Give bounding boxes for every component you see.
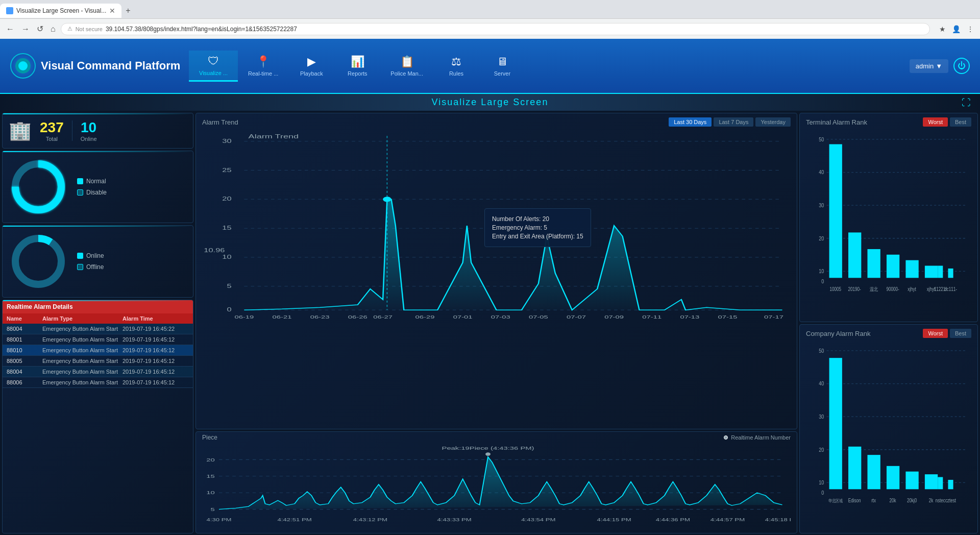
logo <box>10 53 36 79</box>
alarm-trend-panel: Alarm Trend Last 30 Days Last 7 Days Yes… <box>195 113 797 429</box>
co-bar-7 <box>938 477 943 490</box>
svg-text:dc111-: dc111- <box>944 286 957 292</box>
visualize-icon: 🛡 <box>208 55 219 68</box>
svg-text:07-03: 07-03 <box>491 314 510 320</box>
row3-name: 88010 <box>7 347 42 353</box>
svg-text:20: 20 <box>206 457 215 463</box>
svg-text:2k: 2k <box>929 498 934 503</box>
svg-text:50: 50 <box>819 348 824 354</box>
address-bar: ← → ↺ ⌂ ⚠ Not secure 39.104.57.38/808gps… <box>0 18 980 39</box>
power-button[interactable]: ⏻ <box>953 58 970 74</box>
realtime-legend-label: Realtime Alarm Number <box>731 434 791 441</box>
svg-text:20: 20 <box>819 235 824 241</box>
row3-time: 2019-07-19 16:45:12 <box>122 347 189 353</box>
tab-close-button[interactable]: ✕ <box>109 7 115 15</box>
nav-item-server[interactable]: 🖥 Server <box>479 51 525 81</box>
back-button[interactable]: ← <box>4 22 16 36</box>
company-rank-title: Company Alarm Rank <box>806 330 870 337</box>
svg-text:5: 5 <box>227 283 232 289</box>
nav-item-police[interactable]: 📋 Police Man... <box>380 51 433 81</box>
table-row: 88010 Emergency Button Alarm Start 2019-… <box>3 345 193 356</box>
stats-panel: 🏢 237 Total 10 Online <box>2 113 193 149</box>
forward-button[interactable]: → <box>19 22 32 36</box>
realtime-header: Piece Realtime Alarm Number <box>196 432 797 443</box>
active-tab[interactable]: Visualize Large Screen - Visual... ✕ <box>0 4 121 18</box>
svg-text:07-13: 07-13 <box>680 314 699 320</box>
nav-item-playback[interactable]: ▶ Playback <box>288 51 334 81</box>
page-title-bar: Visualize Large Screen ⛶ <box>0 94 980 111</box>
nav-label-police: Police Man... <box>390 70 423 77</box>
svg-text:4:42:51 PM: 4:42:51 PM <box>278 518 312 522</box>
svg-text:06-27: 06-27 <box>373 314 393 320</box>
svg-text:50: 50 <box>819 136 824 142</box>
app-header: Visual Command Platform 🛡 Visualize ... … <box>0 39 980 94</box>
last30-button[interactable]: Last 30 Days <box>669 117 712 127</box>
bar-6 <box>925 266 938 278</box>
alarm-trend-chart: 10.96 30 25 20 15 10 5 0 <box>196 131 797 325</box>
company-best-button[interactable]: Best <box>950 329 971 338</box>
right-panel: Terminal Alarm Rank Worst Best 50 40 <box>799 113 978 533</box>
total-stat: 237 Total <box>40 119 64 142</box>
company-rank-header: Company Alarm Rank Worst Best <box>800 325 977 342</box>
url-box[interactable]: ⚠ Not secure 39.104.57.38/808gps/index.h… <box>61 23 930 35</box>
table-row: 88004 Emergency Button Alarm Start 2019-… <box>3 324 193 334</box>
svg-text:10: 10 <box>222 254 232 260</box>
company-rank-panel: Company Alarm Rank Worst Best 50 40 <box>799 324 978 533</box>
terminal-best-button[interactable]: Best <box>950 117 971 127</box>
row6-time: 2019-07-19 16:45:12 <box>122 379 189 385</box>
svg-text:20190-: 20190- <box>848 286 861 292</box>
terminal-worst-button[interactable]: Worst <box>923 117 948 127</box>
online-legend-label: Online <box>86 252 104 259</box>
tooltip-line1: Number Of Alerts: 20 <box>492 215 583 223</box>
realtime-chart: Peak:19Piece (4:43:36 PM) 20 15 10 5 <box>196 443 797 530</box>
home-button[interactable]: ⌂ <box>48 22 58 36</box>
bar-5 <box>905 260 918 278</box>
svg-text:Edison: Edison <box>848 498 861 503</box>
co-bar-3 <box>867 455 880 489</box>
building-icon: 🏢 <box>9 120 32 141</box>
co-bar-8 <box>948 480 953 489</box>
row6-name: 88006 <box>7 379 42 385</box>
svg-text:Peak:19Piece (4:43:36 PM): Peak:19Piece (4:43:36 PM) <box>442 445 534 451</box>
svg-text:07-07: 07-07 <box>567 314 586 320</box>
nav-item-reports[interactable]: 📊 Reports <box>334 51 380 81</box>
middle-panel: Alarm Trend Last 30 Days Last 7 Days Yes… <box>195 113 797 533</box>
bookmark-button[interactable]: ★ <box>937 23 948 35</box>
row4-time: 2019-07-19 16:45:12 <box>122 358 189 364</box>
company-bar-chart: 50 40 30 20 10 0 华北区域 <box>800 342 977 520</box>
svg-text:30: 30 <box>819 414 824 420</box>
disable-legend: Disable <box>77 189 107 196</box>
alarm-table-panel: Realtime Alarm Details Name Alarm Type A… <box>2 300 193 533</box>
row5-type: Emergency Button Alarm Start <box>42 369 122 375</box>
last7-button[interactable]: Last 7 Days <box>714 117 753 127</box>
table-row: 88005 Emergency Button Alarm Start 2019-… <box>3 356 193 367</box>
normal-legend: Normal <box>77 178 107 185</box>
svg-text:xjhyt: xjhyt <box>908 286 916 292</box>
terminal-rank-panel: Terminal Alarm Rank Worst Best 50 40 <box>799 113 978 322</box>
expand-button[interactable]: ⛶ <box>962 97 972 108</box>
settings-button[interactable]: ⋮ <box>965 23 976 35</box>
nav-item-visualize[interactable]: 🛡 Visualize ... <box>189 51 238 82</box>
yesterday-button[interactable]: Yesterday <box>755 117 791 127</box>
logo-area: Visual Command Platform <box>10 53 189 79</box>
row1-name: 88004 <box>7 326 42 332</box>
terminal-rank-filters: Worst Best <box>923 117 971 127</box>
nav-item-realtime[interactable]: 📍 Real-time ... <box>238 51 288 81</box>
company-worst-button[interactable]: Worst <box>923 329 948 338</box>
admin-button[interactable]: admin ▼ <box>910 59 948 73</box>
profile-button[interactable]: 👤 <box>950 23 963 35</box>
svg-text:07-01: 07-01 <box>453 314 473 320</box>
online-stat: 10 Online <box>81 119 97 142</box>
svg-text:4:44:36 PM: 4:44:36 PM <box>656 518 690 522</box>
offline-legend-label: Offline <box>86 263 104 271</box>
admin-label: admin <box>916 62 934 70</box>
status-legend: Normal Disable <box>77 178 107 196</box>
row5-name: 88004 <box>7 369 42 375</box>
nav-item-rules[interactable]: ⚖ Rules <box>433 51 479 81</box>
realtime-chart-panel: Piece Realtime Alarm Number Peak:19Piec <box>195 431 797 533</box>
company-rank-filters: Worst Best <box>923 329 971 338</box>
refresh-button[interactable]: ↺ <box>35 22 45 36</box>
new-tab-button[interactable]: + <box>121 4 134 17</box>
svg-text:cztest: cztest <box>945 498 956 503</box>
online-dot <box>77 253 83 259</box>
